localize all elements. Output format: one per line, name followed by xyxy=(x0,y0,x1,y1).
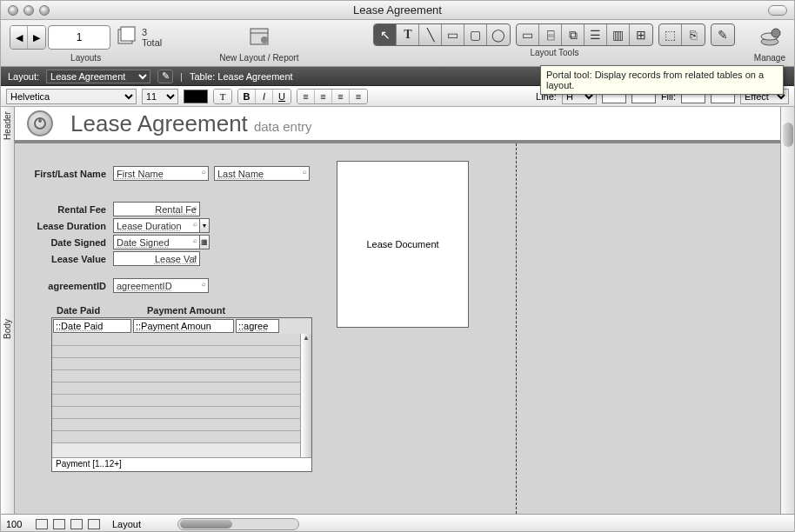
header-part-tab[interactable]: Header xyxy=(1,107,15,143)
rect-tool-icon[interactable]: ▭ xyxy=(442,24,464,45)
lookup-icon: ⌕ xyxy=(193,253,197,261)
portal-row xyxy=(52,419,311,431)
tab-control-tool-icon[interactable]: ⧉ xyxy=(562,24,585,45)
zoom-out-icon[interactable] xyxy=(36,519,48,529)
layout-select[interactable]: Lease Agreement xyxy=(46,70,150,83)
text-style-icon[interactable]: T xyxy=(214,90,231,103)
underline-icon[interactable]: U xyxy=(273,90,291,103)
align-justify-icon[interactable]: ≡ xyxy=(350,90,367,103)
rental-fee-label: Rental Fee xyxy=(22,204,113,215)
lease-duration-label: Lease Duration xyxy=(22,221,113,231)
manage-label: Manage xyxy=(754,53,785,63)
svg-rect-1 xyxy=(121,27,135,41)
portal-payment-amount-field[interactable]: ::Payment Amoun xyxy=(133,319,234,333)
toolbar-pill-icon[interactable] xyxy=(768,5,787,16)
manage-icon xyxy=(756,23,784,51)
date-signed-field[interactable]: Date Signed⌕ xyxy=(113,235,200,249)
next-record-icon[interactable]: ▶ xyxy=(28,26,45,49)
lookup-icon: ⌕ xyxy=(193,220,197,228)
scrollbar-thumb[interactable] xyxy=(783,123,793,147)
date-paid-label: Date Paid xyxy=(57,305,147,316)
dropdown-icon[interactable]: ▾ xyxy=(199,218,210,233)
portal-agreement-field[interactable]: ::agree xyxy=(236,319,279,333)
prev-record-icon[interactable]: ◀ xyxy=(10,26,28,49)
portal-date-paid-field[interactable]: ::Date Paid xyxy=(53,319,131,333)
object-tools: ↖ T ╲ ▭ ▢ ◯ xyxy=(373,23,511,46)
oval-tool-icon[interactable]: ◯ xyxy=(487,24,510,45)
lease-duration-field[interactable]: Lease Duration⌕ xyxy=(113,218,200,233)
portal-row xyxy=(52,334,311,346)
lookup-icon: ⌕ xyxy=(202,168,206,176)
button-tools: ⬚ ⎘ xyxy=(658,23,705,46)
align-center-icon[interactable]: ≡ xyxy=(315,90,332,103)
mode-icon-2[interactable] xyxy=(88,519,100,529)
first-name-field[interactable]: First Name⌕ xyxy=(113,166,209,181)
lease-value-field[interactable]: Lease Val⌕ xyxy=(113,251,200,266)
record-nav[interactable]: ◀ ▶ xyxy=(10,25,46,50)
portal-footer: Payment [1..12+] xyxy=(52,457,311,471)
edit-layout-icon[interactable]: ✎ xyxy=(157,70,173,83)
record-total: 3 Total xyxy=(142,25,162,50)
lease-value-label: Lease Value xyxy=(22,254,113,264)
portal-row xyxy=(52,395,311,407)
rounded-rect-tool-icon[interactable]: ▢ xyxy=(464,24,487,45)
calendar-icon[interactable]: ▦ xyxy=(199,235,210,249)
mode-label: Layout xyxy=(112,519,141,529)
logo-icon xyxy=(27,110,53,136)
portal-row xyxy=(52,431,311,443)
payment-amount-label: Payment Amount xyxy=(147,305,225,316)
field-tool-icon[interactable]: ▭ xyxy=(517,24,539,45)
agreement-id-field[interactable]: agreementID⌕ xyxy=(113,278,209,293)
field-control-tool-icon[interactable]: ⌸ xyxy=(539,24,562,45)
rental-fee-field[interactable]: Rental Fe⌕ xyxy=(113,202,200,216)
last-name-field[interactable]: Last Name⌕ xyxy=(214,166,310,181)
portal-scrollbar[interactable] xyxy=(300,334,311,457)
minimize-window-icon[interactable] xyxy=(23,5,34,16)
new-layout-button[interactable]: New Layout / Report xyxy=(219,23,298,63)
layout-header-part: Lease Agreement data entry xyxy=(15,107,780,143)
layouts-label: Layouts xyxy=(70,53,101,63)
lookup-icon: ⌕ xyxy=(193,203,197,211)
horizontal-scrollbar[interactable] xyxy=(177,518,299,530)
payments-portal[interactable]: ::Date Paid ::Payment Amoun ::agree Paym… xyxy=(51,317,312,472)
portal-tool-tooltip: Portal tool: Display records from relate… xyxy=(540,65,784,95)
layout-tools-label: Layout Tools xyxy=(530,48,578,57)
bold-icon[interactable]: B xyxy=(238,90,256,103)
close-window-icon[interactable] xyxy=(8,5,18,16)
text-tool-icon[interactable]: T xyxy=(397,24,419,45)
layout-body-part[interactable]: First/Last Name First Name⌕ Last Name⌕ R… xyxy=(15,143,780,514)
manage-button[interactable]: Manage xyxy=(754,23,785,63)
line-tool-icon[interactable]: ╲ xyxy=(419,24,442,45)
webviewer-tool-icon[interactable]: ⊞ xyxy=(630,24,652,45)
text-color-swatch[interactable] xyxy=(184,90,208,103)
mode-icon-1[interactable] xyxy=(70,519,83,529)
lease-document-container[interactable]: Lease Document xyxy=(337,161,469,328)
align-right-icon[interactable]: ≡ xyxy=(332,90,350,103)
format-painter-icon[interactable]: ✎ xyxy=(711,24,734,45)
align-left-icon[interactable]: ≡ xyxy=(297,90,315,103)
table-label: Table: Lease Agreement xyxy=(190,71,293,82)
record-number-display[interactable]: 1 xyxy=(48,25,110,50)
new-layout-icon xyxy=(245,23,273,51)
layout-label: Layout: xyxy=(8,71,39,82)
svg-point-4 xyxy=(261,37,268,43)
italic-icon[interactable]: I xyxy=(256,90,273,103)
name-label: First/Last Name xyxy=(22,169,113,179)
button-tool-icon[interactable]: ⬚ xyxy=(659,24,682,45)
chart-tool-icon[interactable]: ▥ xyxy=(607,24,630,45)
h-scroll-thumb[interactable] xyxy=(180,520,232,529)
portal-tool-icon[interactable]: ☰ xyxy=(585,24,607,45)
zoom-value[interactable]: 100 xyxy=(6,519,30,529)
body-part-tab[interactable]: Body xyxy=(1,143,15,514)
font-size-select[interactable]: 11 xyxy=(142,89,178,104)
page-break-line xyxy=(516,143,517,514)
zoom-in-icon[interactable] xyxy=(53,519,65,529)
date-signed-label: Date Signed xyxy=(22,237,113,248)
popover-tool-icon[interactable]: ⎘ xyxy=(682,24,705,45)
zoom-window-icon[interactable] xyxy=(39,5,50,16)
pointer-tool-icon[interactable]: ↖ xyxy=(374,24,397,45)
format-painter-tool: ✎ xyxy=(711,23,735,46)
font-select[interactable]: Helvetica xyxy=(6,89,137,104)
vertical-scrollbar[interactable] xyxy=(780,107,794,514)
layout-workspace: Header Body Lease Agreement data entry F… xyxy=(1,107,794,514)
